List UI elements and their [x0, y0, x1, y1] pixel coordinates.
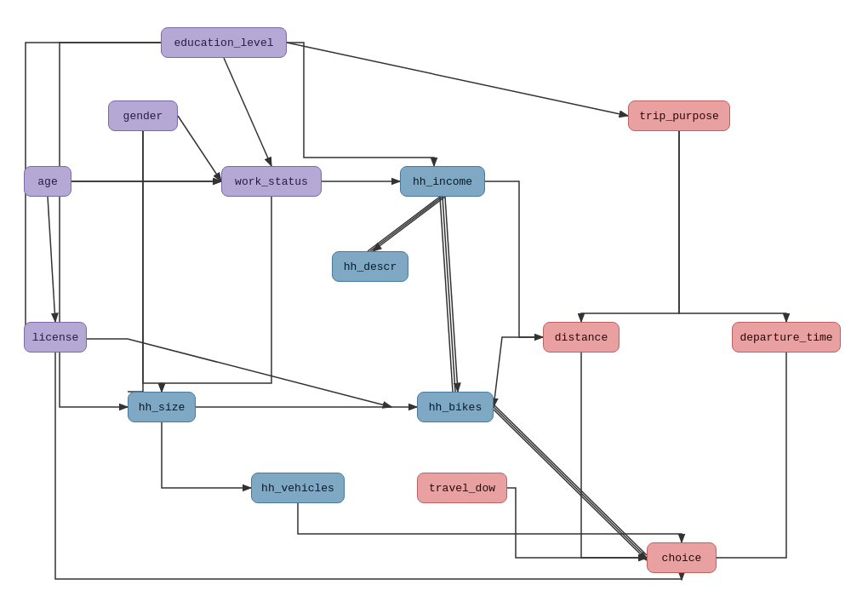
svg-line-6	[494, 410, 647, 560]
node-departure_time: departure_time	[732, 322, 841, 353]
node-hh_income: hh_income	[400, 166, 485, 197]
node-hh_bikes: hh_bikes	[417, 392, 494, 422]
node-hh_descr: hh_descr	[332, 251, 408, 282]
node-travel_dow: travel_dow	[417, 473, 507, 503]
diagram-container: education_levelgenderagelicensework_stat…	[0, 0, 868, 602]
svg-line-5	[494, 407, 647, 558]
node-education_level: education_level	[161, 27, 287, 58]
svg-line-3	[373, 197, 445, 251]
node-work_status: work_status	[221, 166, 322, 197]
svg-line-4	[494, 404, 647, 555]
arrows-svg	[0, 0, 868, 602]
node-trip_purpose: trip_purpose	[628, 100, 730, 131]
node-choice: choice	[647, 542, 717, 573]
node-gender: gender	[108, 100, 178, 131]
node-distance: distance	[543, 322, 620, 353]
node-license: license	[24, 322, 87, 353]
node-hh_vehicles: hh_vehicles	[251, 473, 345, 503]
svg-line-2	[370, 197, 443, 251]
node-hh_size: hh_size	[128, 392, 196, 422]
svg-line-1	[368, 197, 440, 251]
node-age: age	[24, 166, 71, 197]
